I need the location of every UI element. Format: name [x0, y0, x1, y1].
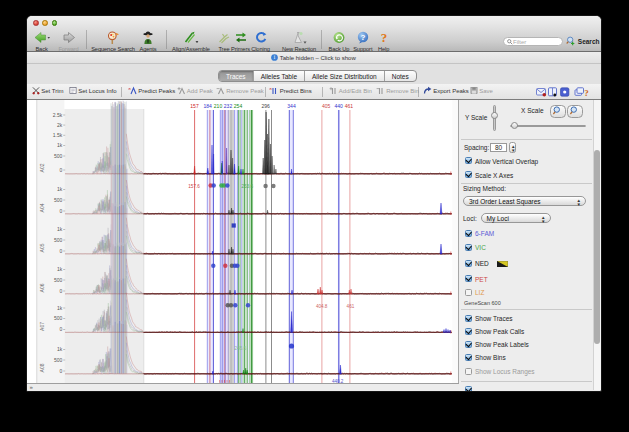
svg-text:500: 500 [53, 315, 62, 321]
svg-text:0: 0 [59, 367, 62, 373]
svg-text:1k: 1k [57, 266, 63, 272]
svg-text:344: 344 [287, 103, 296, 109]
svg-text:?: ? [380, 31, 386, 44]
svg-text:254: 254 [233, 103, 242, 109]
svg-text:0: 0 [59, 207, 62, 213]
svg-text:A06: A06 [38, 283, 44, 292]
svg-text:232: 232 [223, 103, 232, 109]
svg-text:A05: A05 [38, 243, 44, 252]
svg-text:1k: 1k [57, 186, 63, 192]
svg-text:440: 440 [334, 103, 343, 109]
svg-text:253.6: 253.6 [241, 184, 253, 189]
svg-text:210: 210 [213, 103, 222, 109]
svg-text:2k: 2k [57, 121, 63, 127]
svg-text:1k: 1k [57, 346, 63, 352]
svg-text:A08: A08 [38, 363, 44, 372]
svg-text:0: 0 [59, 326, 62, 332]
svg-text:296: 296 [261, 103, 270, 109]
svg-text:405: 405 [322, 103, 331, 109]
svg-text:?: ? [360, 33, 365, 42]
svg-text:461: 461 [344, 103, 353, 109]
svg-text:1.5k: 1.5k [52, 132, 62, 138]
svg-text:404.8: 404.8 [315, 304, 327, 309]
svg-text:157.6: 157.6 [188, 184, 200, 189]
svg-text:500: 500 [53, 276, 62, 282]
svg-text:A04: A04 [38, 203, 44, 212]
svg-text:1k: 1k [57, 142, 63, 148]
svg-text:184: 184 [203, 103, 212, 109]
svg-text:500: 500 [53, 356, 62, 362]
svg-text:0: 0 [59, 247, 62, 253]
svg-text:245.6: 245.6 [234, 345, 246, 350]
svg-text:0: 0 [59, 287, 62, 293]
svg-text:0: 0 [59, 166, 62, 172]
svg-text:461: 461 [346, 304, 354, 309]
svg-text:2.5k: 2.5k [52, 111, 62, 117]
svg-text:1k: 1k [57, 304, 63, 310]
svg-text:A07: A07 [38, 321, 44, 330]
svg-text:500: 500 [53, 152, 62, 158]
svg-text:1k: 1k [57, 226, 63, 232]
svg-text:A02: A02 [38, 163, 44, 172]
svg-text:157: 157 [190, 103, 199, 109]
svg-text:500: 500 [53, 196, 62, 202]
svg-text:?: ? [584, 88, 589, 97]
svg-text:500: 500 [53, 236, 62, 242]
